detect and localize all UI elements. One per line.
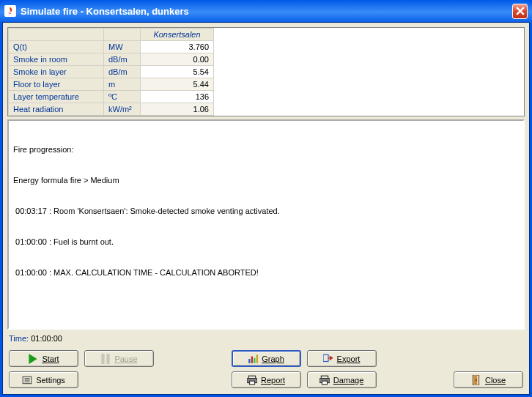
row-unit: dB/m <box>104 66 141 78</box>
button-label: Damage <box>333 376 364 385</box>
report-button[interactable]: Report <box>232 371 301 388</box>
table-row: Smoke in room dB/m 0.00 <box>9 53 214 66</box>
app-icon <box>4 5 16 17</box>
pause-button[interactable]: Pause <box>84 350 154 367</box>
table-row: Layer temperature ºC 136 <box>9 91 214 103</box>
row-value: 5.44 <box>141 78 214 91</box>
row-label: Heat radiation <box>9 103 104 116</box>
row-value: 1.06 <box>141 103 214 116</box>
button-label: Start <box>42 355 59 363</box>
log-line: Energy formula fire > Medium <box>13 175 519 185</box>
graph-icon <box>248 354 258 364</box>
window-frame: Simulate fire - Konsertsalen, dunkers Ko… <box>0 0 532 397</box>
svg-rect-6 <box>323 355 328 361</box>
svg-rect-16 <box>322 381 327 385</box>
window-close-button[interactable] <box>512 4 528 19</box>
export-button[interactable]: Export <box>307 350 377 367</box>
button-label: Settings <box>36 376 65 385</box>
log-line: 01:00:00 : MAX. CALCULATION TIME - CALCU… <box>13 267 519 278</box>
svg-rect-0 <box>102 354 105 364</box>
play-icon <box>28 354 38 364</box>
damage-button[interactable]: Damage <box>307 371 377 388</box>
close-icon <box>516 7 525 15</box>
results-table-panel: Konsertsalen Q(t) MW 3.760 Smoke in room… <box>7 27 525 116</box>
row-value: 3.760 <box>141 41 214 53</box>
graph-button[interactable]: Graph <box>232 350 301 367</box>
button-label: Export <box>337 355 361 363</box>
table-row: Heat radiation kW/m² 1.06 <box>9 103 214 116</box>
log-line: 01:00:00 : Fuel is burnt out. <box>13 237 519 247</box>
button-label: Pause <box>114 355 137 363</box>
log-line: Fire progression: <box>13 144 519 155</box>
log-line: 00:03:17 : Room 'Konsertsaen': Smoke-det… <box>13 206 519 216</box>
row-label: Floor to layer <box>9 78 104 91</box>
table-column-header: Konsertsalen <box>141 29 214 41</box>
row-label: Smoke in room <box>9 53 104 66</box>
svg-rect-4 <box>254 357 255 363</box>
settings-button[interactable]: Settings <box>9 371 78 388</box>
time-value: 01:00:00 <box>31 334 62 343</box>
start-button[interactable]: Start <box>9 350 78 367</box>
row-unit: dB/m <box>104 53 141 66</box>
row-label: Q(t) <box>9 41 104 53</box>
pause-icon <box>100 354 111 364</box>
button-label: Graph <box>262 355 284 363</box>
window-title: Simulate fire - Konsertsalen, dunkers <box>21 6 512 17</box>
button-label: Report <box>261 376 285 385</box>
titlebar: Simulate fire - Konsertsalen, dunkers <box>0 0 532 22</box>
row-label: Smoke in layer <box>9 66 104 78</box>
log-panel[interactable]: Fire progression: Energy formula fire > … <box>7 119 525 330</box>
svg-rect-2 <box>248 359 250 363</box>
time-label: Time: <box>9 334 31 343</box>
button-label: Close <box>485 376 506 385</box>
row-unit: MW <box>104 41 141 53</box>
printer-icon <box>319 375 330 385</box>
row-unit: kW/m² <box>104 103 141 116</box>
row-value: 0.00 <box>141 53 214 66</box>
svg-rect-3 <box>251 356 253 363</box>
time-display: Time: 01:00:00 <box>7 330 525 347</box>
settings-icon <box>22 375 32 385</box>
door-icon <box>471 375 481 385</box>
row-label: Layer temperature <box>9 91 104 103</box>
svg-point-19 <box>476 379 477 381</box>
table-row: Q(t) MW 3.760 <box>9 41 214 53</box>
table-corner <box>9 29 104 41</box>
row-value: 5.54 <box>141 66 214 78</box>
row-unit: ºC <box>104 91 141 103</box>
table-row: Smoke in layer dB/m 5.54 <box>9 66 214 78</box>
svg-rect-1 <box>107 354 110 364</box>
close-button[interactable]: Close <box>454 371 523 388</box>
table-row: Floor to layer m 5.44 <box>9 78 214 91</box>
printer-icon <box>247 375 257 385</box>
svg-rect-5 <box>256 355 258 363</box>
row-value: 136 <box>141 91 214 103</box>
export-icon <box>323 354 333 364</box>
client-area: Konsertsalen Q(t) MW 3.760 Smoke in room… <box>2 22 530 395</box>
row-unit: m <box>104 78 141 91</box>
svg-rect-13 <box>249 381 254 385</box>
button-bar: Start Pause Graph Export Settings <box>7 347 525 390</box>
table-corner-unit <box>104 29 141 41</box>
results-table: Konsertsalen Q(t) MW 3.760 Smoke in room… <box>8 28 214 116</box>
